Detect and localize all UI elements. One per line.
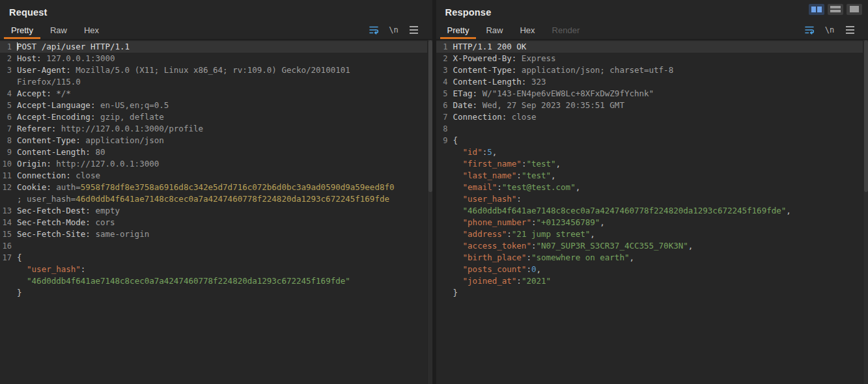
newline-icon[interactable]: \n bbox=[823, 23, 836, 36]
columns-layout-button[interactable] bbox=[809, 4, 824, 15]
code-line[interactable]: 9Content-Length: 80 bbox=[0, 146, 432, 158]
line-number: 7 bbox=[436, 111, 452, 123]
code-text: "46d0ddb4f641ae7148c8cec0a7a4247460778f2… bbox=[452, 205, 791, 217]
line-number: 3 bbox=[0, 64, 16, 76]
layout-buttons bbox=[809, 4, 862, 15]
menu-icon[interactable] bbox=[408, 23, 421, 36]
code-line[interactable]: "46d0ddb4f641ae7148c8cec0a7a4247460778f2… bbox=[436, 205, 868, 217]
code-text: Sec-Fetch-Mode: cors bbox=[16, 217, 115, 228]
request-tabs: PrettyRawHex bbox=[3, 21, 107, 39]
tab-pretty[interactable]: Pretty bbox=[3, 21, 42, 39]
request-editor[interactable]: 1POST /api/user HTTP/1.12Host: 127.0.0.1… bbox=[0, 40, 432, 384]
request-scrollbar-thumb[interactable] bbox=[428, 40, 432, 192]
tab-hex[interactable]: Hex bbox=[511, 21, 543, 39]
code-line[interactable]: "access_token":"N07_SUP3R_S3CR37_4CC355_… bbox=[436, 240, 868, 252]
tab-raw[interactable]: Raw bbox=[477, 21, 511, 39]
line-number bbox=[436, 158, 452, 170]
code-line[interactable]: 7Connection: close bbox=[436, 111, 868, 123]
code-line[interactable]: 11Connection: close bbox=[0, 170, 432, 182]
code-line[interactable]: 3Content-Type: application/json; charset… bbox=[436, 64, 868, 76]
code-text: Host: 127.0.0.1:3000 bbox=[16, 53, 115, 64]
tab-raw[interactable]: Raw bbox=[42, 21, 76, 39]
code-line[interactable]: 3User-Agent: Mozilla/5.0 (X11; Linux x86… bbox=[0, 64, 432, 76]
response-toolbar: \n bbox=[803, 21, 860, 39]
menu-icon[interactable] bbox=[843, 23, 856, 36]
code-line[interactable]: } bbox=[436, 287, 868, 299]
response-scrollbar[interactable] bbox=[863, 40, 868, 384]
newline-icon[interactable]: \n bbox=[387, 23, 400, 36]
line-number: 2 bbox=[436, 53, 452, 64]
line-number: 9 bbox=[436, 135, 452, 146]
code-line[interactable]: 4Content-Length: 323 bbox=[436, 76, 868, 88]
line-number: 1 bbox=[436, 41, 452, 53]
code-line[interactable]: "phone_number":"+0123456789", bbox=[436, 217, 868, 228]
code-line[interactable]: 13Sec-Fetch-Dest: empty bbox=[0, 205, 432, 217]
code-line[interactable]: } bbox=[0, 287, 432, 299]
code-line[interactable]: 8 bbox=[436, 123, 868, 135]
menu-bars bbox=[846, 29, 854, 31]
word-wrap-icon[interactable] bbox=[803, 23, 816, 36]
code-line[interactable]: 6Accept-Encoding: gzip, deflate bbox=[0, 111, 432, 123]
maximize-layout-button[interactable] bbox=[847, 4, 862, 15]
line-number: 14 bbox=[0, 217, 16, 228]
code-line[interactable]: "user_hash": bbox=[436, 193, 868, 205]
code-text: "phone_number":"+0123456789", bbox=[452, 217, 605, 228]
code-line[interactable]: "address":"21 jump street", bbox=[436, 228, 868, 240]
tab-hex[interactable]: Hex bbox=[76, 21, 107, 39]
code-line[interactable]: "user_hash": bbox=[0, 264, 432, 275]
response-code: 1HTTP/1.1 200 OK2X-Powered-By: Express3C… bbox=[436, 41, 868, 299]
tab-pretty[interactable]: Pretty bbox=[439, 21, 478, 39]
code-text: Accept-Encoding: gzip, deflate bbox=[16, 111, 164, 123]
code-text: "46d0ddb4f641ae7148c8cec0a7a4247460778f2… bbox=[16, 275, 350, 287]
line-number: 16 bbox=[0, 240, 16, 252]
code-line[interactable]: 10Origin: http://127.0.0.1:3000 bbox=[0, 158, 432, 170]
code-line[interactable]: "birth_place":"somewhere on earth", bbox=[436, 252, 868, 264]
code-line[interactable]: Firefox/115.0 bbox=[0, 76, 432, 88]
response-editor[interactable]: 1HTTP/1.1 200 OK2X-Powered-By: Express3C… bbox=[436, 40, 868, 384]
code-line[interactable]: "first_name":"test", bbox=[436, 158, 868, 170]
code-text: Sec-Fetch-Site: same-origin bbox=[16, 228, 149, 240]
code-line[interactable]: 12Cookie: auth=5958f78df8e3758a6916d8c34… bbox=[0, 182, 432, 193]
code-line[interactable]: 1HTTP/1.1 200 OK bbox=[436, 41, 868, 53]
code-text: Content-Type: application/json; charset=… bbox=[452, 64, 674, 76]
menu-bars bbox=[410, 29, 418, 31]
code-line[interactable]: 14Sec-Fetch-Mode: cors bbox=[0, 217, 432, 228]
response-scrollbar-thumb[interactable] bbox=[864, 40, 868, 192]
code-line[interactable]: 15Sec-Fetch-Site: same-origin bbox=[0, 228, 432, 240]
request-scrollbar[interactable] bbox=[427, 40, 432, 384]
code-text: "joined_at":"2021" bbox=[452, 275, 552, 287]
code-line[interactable]: 4Accept: */* bbox=[0, 88, 432, 100]
code-line[interactable]: 6Date: Wed, 27 Sep 2023 20:35:51 GMT bbox=[436, 100, 868, 111]
rows-layout-button[interactable] bbox=[828, 4, 843, 15]
code-line[interactable]: "posts_count":0, bbox=[436, 264, 868, 275]
code-line[interactable]: "id":5, bbox=[436, 146, 868, 158]
code-line[interactable]: ; user_hash=46d0ddb4f641ae7148c8cec0a7a4… bbox=[0, 193, 432, 205]
code-line[interactable]: 9{ bbox=[436, 135, 868, 146]
code-line[interactable]: "email":"test@test.com", bbox=[436, 182, 868, 193]
line-number bbox=[436, 228, 452, 240]
code-line[interactable]: 7Referer: http://127.0.0.1:3000/profile bbox=[0, 123, 432, 135]
code-line[interactable]: "46d0ddb4f641ae7148c8cec0a7a4247460778f2… bbox=[0, 275, 432, 287]
line-number: 8 bbox=[0, 135, 16, 146]
line-number: 2 bbox=[0, 53, 16, 64]
code-line[interactable]: 2Host: 127.0.0.1:3000 bbox=[0, 53, 432, 64]
code-text: Content-Length: 323 bbox=[452, 76, 546, 88]
code-text: Content-Type: application/json bbox=[16, 135, 164, 146]
code-line[interactable]: 1POST /api/user HTTP/1.1 bbox=[0, 41, 432, 53]
code-text: HTTP/1.1 200 OK bbox=[452, 41, 527, 53]
code-text: "posts_count":0, bbox=[452, 264, 542, 275]
line-number bbox=[436, 146, 452, 158]
word-wrap-icon[interactable] bbox=[367, 23, 380, 36]
code-text: { bbox=[452, 135, 458, 146]
code-text: "first_name":"test", bbox=[452, 158, 561, 170]
code-line[interactable]: 16 bbox=[0, 240, 432, 252]
code-line[interactable]: "last_name":"test", bbox=[436, 170, 868, 182]
code-line[interactable]: 2X-Powered-By: Express bbox=[436, 53, 868, 64]
code-text: Sec-Fetch-Dest: empty bbox=[16, 205, 120, 217]
code-line[interactable]: 8Content-Type: application/json bbox=[0, 135, 432, 146]
code-line[interactable]: 5ETag: W/"143-EN4pe6vEW8Lc+8XFxDwZ9fYchn… bbox=[436, 88, 868, 100]
code-line[interactable]: 5Accept-Language: en-US,en;q=0.5 bbox=[0, 100, 432, 111]
code-line[interactable]: 17{ bbox=[0, 252, 432, 264]
code-line[interactable]: "joined_at":"2021" bbox=[436, 275, 868, 287]
code-text: POST /api/user HTTP/1.1 bbox=[16, 41, 130, 53]
